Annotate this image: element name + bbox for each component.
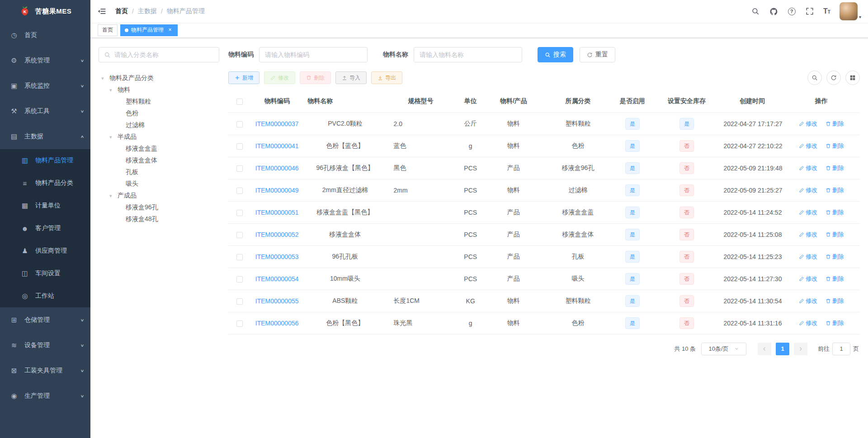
row-checkbox[interactable] (236, 298, 243, 305)
delete-link[interactable]: 删除 (826, 164, 844, 172)
edit-link[interactable]: 修改 (799, 231, 817, 239)
delete-link[interactable]: 删除 (826, 297, 844, 305)
app-logo[interactable]: K 苦糖果MES (0, 0, 90, 23)
sidebar-item-fixture-mgmt[interactable]: ⊠ 工装夹具管理 ∨ (0, 358, 90, 383)
tab-material-product-mgmt[interactable]: 物料产品管理 × (120, 24, 178, 36)
cell-material-code[interactable]: ITEM00000054 (255, 275, 299, 283)
delete-link[interactable]: 删除 (826, 275, 844, 283)
font-size-icon[interactable]: TT (823, 7, 830, 15)
header-search-icon[interactable] (751, 7, 760, 16)
delete-link[interactable]: 删除 (826, 231, 844, 239)
edit-link[interactable]: 修改 (799, 253, 817, 261)
edit-link[interactable]: 修改 (799, 164, 817, 172)
tree-node[interactable]: 色粉 (99, 108, 219, 119)
edit-link[interactable]: 修改 (799, 186, 817, 194)
row-checkbox[interactable] (236, 254, 243, 260)
select-all-checkbox[interactable] (236, 99, 243, 105)
material-name-input[interactable] (414, 47, 522, 62)
reset-button[interactable]: 重置 (580, 47, 615, 62)
row-checkbox[interactable] (236, 320, 243, 327)
user-avatar[interactable] (840, 2, 858, 20)
sidebar-item-measure-unit[interactable]: ▦ 计量单位 (0, 194, 90, 217)
row-checkbox[interactable] (236, 276, 243, 283)
sidebar-item-home[interactable]: ◷ 首页 (0, 23, 90, 48)
edit-link[interactable]: 修改 (799, 297, 817, 305)
sidebar-item-master-data[interactable]: ▤ 主数据 ∧ (0, 124, 90, 149)
delete-button[interactable]: 删除 (300, 71, 331, 84)
show-search-toggle-button[interactable] (807, 71, 822, 85)
sidebar-fold-icon[interactable] (97, 6, 107, 16)
tree-node[interactable]: 移液盒盒盖 (99, 143, 219, 155)
edit-link[interactable]: 修改 (799, 319, 817, 327)
tree-node[interactable]: 移液盒盒体 (99, 155, 219, 166)
user-menu[interactable]: ▾ (840, 2, 861, 20)
sidebar-item-production-mgmt[interactable]: ◉ 生产管理 ∨ (0, 383, 90, 409)
sidebar-item-customer-mgmt[interactable]: ☻ 客户管理 (0, 217, 90, 240)
cell-material-code[interactable]: ITEM00000041 (255, 142, 299, 150)
delete-link[interactable]: 删除 (826, 319, 844, 327)
import-button[interactable]: 导入 (335, 71, 367, 84)
cell-material-code[interactable]: ITEM00000037 (255, 120, 299, 127)
tree-node[interactable]: 孔板 (99, 166, 219, 178)
category-search-input[interactable] (114, 51, 214, 58)
cell-material-code[interactable]: ITEM00000055 (255, 297, 299, 305)
tree-node[interactable]: 过滤棉 (99, 119, 219, 131)
sidebar-item-warehouse-mgmt[interactable]: ⊞ 仓储管理 ∨ (0, 307, 90, 333)
row-checkbox[interactable] (236, 188, 243, 194)
tree-node[interactable]: 塑料颗粒 (99, 96, 219, 108)
sidebar-item-material-product-category[interactable]: ≡ 物料产品分类 (0, 172, 90, 194)
sidebar-item-supplier-mgmt[interactable]: ♟ 供应商管理 (0, 240, 90, 262)
add-button[interactable]: 新增 (228, 71, 259, 84)
edit-link[interactable]: 修改 (799, 142, 817, 150)
prev-page-button[interactable] (758, 343, 771, 355)
row-checkbox[interactable] (236, 165, 243, 172)
github-icon[interactable] (769, 7, 778, 16)
tree-node[interactable]: 移液盒96孔 (99, 202, 219, 213)
delete-link[interactable]: 删除 (826, 186, 844, 194)
material-code-input[interactable] (259, 47, 368, 62)
refresh-button[interactable] (826, 71, 841, 85)
sidebar-item-workshop-settings[interactable]: ◫ 车间设置 (0, 262, 90, 285)
edit-link[interactable]: 修改 (799, 275, 817, 283)
tab-home[interactable]: 首页 (98, 24, 118, 36)
delete-link[interactable]: 删除 (826, 142, 844, 150)
delete-link[interactable]: 删除 (826, 120, 844, 128)
cell-material-code[interactable]: ITEM00000052 (255, 231, 299, 238)
export-button[interactable]: 导出 (371, 71, 402, 84)
delete-link[interactable]: 删除 (826, 208, 844, 217)
cell-material-code[interactable]: ITEM00000051 (255, 209, 299, 216)
cell-material-code[interactable]: ITEM00000046 (255, 165, 299, 172)
row-checkbox[interactable] (236, 143, 243, 150)
sidebar-item-system-mgmt[interactable]: ⚙ 系统管理 ∨ (0, 48, 90, 73)
tree-node[interactable]: 移液盒48孔 (99, 213, 219, 225)
page-size-select[interactable]: 10条/页 (701, 343, 746, 355)
cell-material-code[interactable]: ITEM00000053 (255, 253, 299, 260)
cell-material-code[interactable]: ITEM00000056 (255, 320, 299, 327)
tree-node[interactable]: 产成品 (99, 190, 219, 202)
close-icon[interactable]: × (167, 27, 173, 33)
edit-button[interactable]: 修改 (264, 71, 295, 84)
help-icon[interactable]: ? (787, 7, 796, 16)
column-settings-button[interactable] (845, 71, 860, 85)
page-number-1[interactable]: 1 (776, 343, 789, 355)
row-checkbox[interactable] (236, 121, 243, 127)
tree-node[interactable]: 物料及产品分类 (99, 72, 219, 84)
tree-node[interactable]: 半成品 (99, 131, 219, 143)
sidebar-item-system-tools[interactable]: ⚒ 系统工具 ∨ (0, 99, 90, 124)
tree-node[interactable]: 物料 (99, 84, 219, 96)
row-checkbox[interactable] (236, 210, 243, 216)
next-page-button[interactable] (794, 343, 807, 355)
sidebar-item-system-monitor[interactable]: ▣ 系统监控 ∨ (0, 73, 90, 99)
row-checkbox[interactable] (236, 232, 243, 238)
breadcrumb-home[interactable]: 首页 (115, 7, 128, 15)
goto-page-input[interactable] (832, 343, 850, 355)
cell-material-code[interactable]: ITEM00000049 (255, 187, 299, 194)
sidebar-item-workstation[interactable]: ◎ 工作站 (0, 285, 90, 307)
fullscreen-icon[interactable] (805, 7, 814, 16)
search-button[interactable]: 搜索 (538, 47, 573, 62)
tree-node[interactable]: 吸头 (99, 178, 219, 190)
edit-link[interactable]: 修改 (799, 208, 817, 217)
edit-link[interactable]: 修改 (799, 120, 817, 128)
delete-link[interactable]: 删除 (826, 253, 844, 261)
sidebar-item-material-product-mgmt[interactable]: ▥ 物料产品管理 (0, 149, 90, 172)
